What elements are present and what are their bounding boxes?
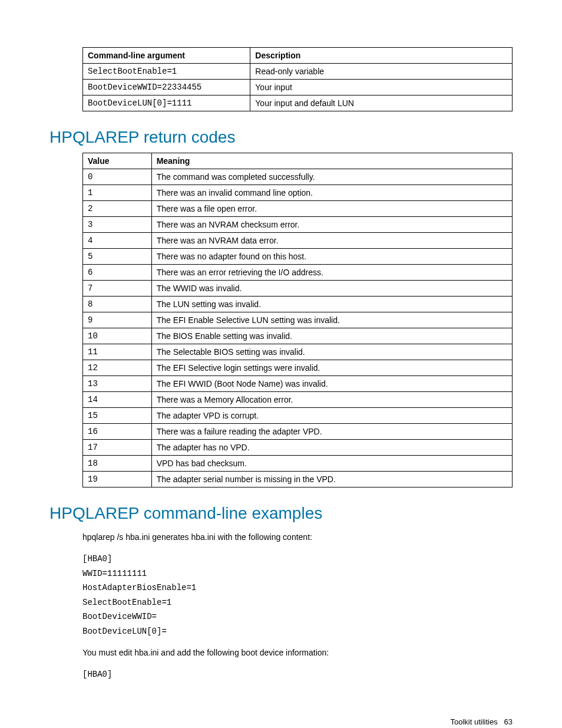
footer-page-number: 63 <box>504 717 513 726</box>
desc-cell: Your input and default LUN <box>250 95 513 111</box>
table-row: 6There was an error retrieving the I/O a… <box>83 265 513 281</box>
example-code-block-1: [HBA0] WWID=11111111 HostAdapterBiosEnab… <box>82 552 513 638</box>
meaning-cell: The EFI Enable Selective LUN setting was… <box>151 312 512 328</box>
desc-cell: Your input <box>250 80 513 95</box>
table-row: 13The EFI WWID (Boot Node Name) was inva… <box>83 376 513 392</box>
table-row: 16There was a failure reading the adapte… <box>83 424 513 440</box>
table-row: 5There was no adapter found on this host… <box>83 249 513 265</box>
table-row: 12The EFI Selective login settings were … <box>83 360 513 376</box>
arg-cell: BootDeviceWWID=22334455 <box>83 80 250 95</box>
table-row: 18VPD has bad checksum. <box>83 456 513 472</box>
heading-return-codes: HPQLAREP return codes <box>49 128 513 147</box>
codes-header-col2: Meaning <box>151 153 512 169</box>
return-codes-table: Value Meaning 0The command was completed… <box>82 153 513 487</box>
table-row: 11The Selectable BIOS setting was invali… <box>83 344 513 360</box>
value-cell: 2 <box>83 201 152 217</box>
table-row: 17The adapter has no VPD. <box>83 440 513 456</box>
table-row: 19The adapter serial number is missing i… <box>83 472 513 487</box>
codes-header-col1: Value <box>83 153 152 169</box>
table-row: 3There was an NVRAM checksum error. <box>83 217 513 233</box>
footer-section: Toolkit utilities <box>450 717 497 726</box>
table-row: 1There was an invalid command line optio… <box>83 185 513 201</box>
example-note-text: You must edit hba.ini and add the follow… <box>82 647 513 659</box>
value-cell: 13 <box>83 376 152 392</box>
table-row: 4There was an NVRAM data error. <box>83 233 513 249</box>
meaning-cell: The WWID was invalid. <box>151 281 512 297</box>
heading-command-line-examples: HPQLAREP command-line examples <box>49 504 513 523</box>
value-cell: 18 <box>83 456 152 472</box>
meaning-cell: The adapter VPD is corrupt. <box>151 408 512 424</box>
meaning-cell: The EFI Selective login settings were in… <box>151 360 512 376</box>
meaning-cell: The adapter serial number is missing in … <box>151 472 512 487</box>
example-intro-text: hpqlarep /s hba.ini generates hba.ini wi… <box>82 531 513 543</box>
value-cell: 14 <box>83 392 152 408</box>
table-row: BootDeviceWWID=22334455 Your input <box>83 80 513 95</box>
table-row: BootDeviceLUN[0]=1111 Your input and def… <box>83 95 513 111</box>
table-row: 0The command was completed successfully. <box>83 169 513 185</box>
arg-cell: BootDeviceLUN[0]=1111 <box>83 95 250 111</box>
command-line-arguments-table: Command-line argument Description Select… <box>82 47 513 111</box>
meaning-cell: The BIOS Enable setting was invalid. <box>151 328 512 344</box>
meaning-cell: The adapter has no VPD. <box>151 440 512 456</box>
meaning-cell: The Selectable BIOS setting was invalid. <box>151 344 512 360</box>
args-header-col1: Command-line argument <box>83 48 250 64</box>
meaning-cell: The command was completed successfully. <box>151 169 512 185</box>
value-cell: 10 <box>83 328 152 344</box>
value-cell: 0 <box>83 169 152 185</box>
meaning-cell: There was no adapter found on this host. <box>151 249 512 265</box>
value-cell: 3 <box>83 217 152 233</box>
example-code-block-2: [HBA0] <box>82 667 513 682</box>
meaning-cell: There was a Memory Allocation error. <box>151 392 512 408</box>
value-cell: 11 <box>83 344 152 360</box>
meaning-cell: There was a file open error. <box>151 201 512 217</box>
value-cell: 4 <box>83 233 152 249</box>
value-cell: 16 <box>83 424 152 440</box>
arg-cell: SelectBootEnable=1 <box>83 64 250 80</box>
page-footer: Toolkit utilities 63 <box>49 717 513 726</box>
value-cell: 7 <box>83 281 152 297</box>
table-row: 10The BIOS Enable setting was invalid. <box>83 328 513 344</box>
value-cell: 15 <box>83 408 152 424</box>
args-header-col2: Description <box>250 48 513 64</box>
meaning-cell: There was a failure reading the adapter … <box>151 424 512 440</box>
table-row: 7The WWID was invalid. <box>83 281 513 297</box>
meaning-cell: There was an invalid command line option… <box>151 185 512 201</box>
table-row: 8The LUN setting was invalid. <box>83 297 513 312</box>
table-row: SelectBootEnable=1 Read-only variable <box>83 64 513 80</box>
value-cell: 8 <box>83 297 152 312</box>
value-cell: 1 <box>83 185 152 201</box>
value-cell: 12 <box>83 360 152 376</box>
meaning-cell: The EFI WWID (Boot Node Name) was invali… <box>151 376 512 392</box>
value-cell: 19 <box>83 472 152 487</box>
table-row: 2There was a file open error. <box>83 201 513 217</box>
value-cell: 17 <box>83 440 152 456</box>
value-cell: 9 <box>83 312 152 328</box>
meaning-cell: VPD has bad checksum. <box>151 456 512 472</box>
desc-cell: Read-only variable <box>250 64 513 80</box>
table-row: 14There was a Memory Allocation error. <box>83 392 513 408</box>
table-row: 9The EFI Enable Selective LUN setting wa… <box>83 312 513 328</box>
value-cell: 6 <box>83 265 152 281</box>
meaning-cell: There was an error retrieving the I/O ad… <box>151 265 512 281</box>
table-row: 15The adapter VPD is corrupt. <box>83 408 513 424</box>
meaning-cell: There was an NVRAM checksum error. <box>151 217 512 233</box>
value-cell: 5 <box>83 249 152 265</box>
meaning-cell: There was an NVRAM data error. <box>151 233 512 249</box>
meaning-cell: The LUN setting was invalid. <box>151 297 512 312</box>
